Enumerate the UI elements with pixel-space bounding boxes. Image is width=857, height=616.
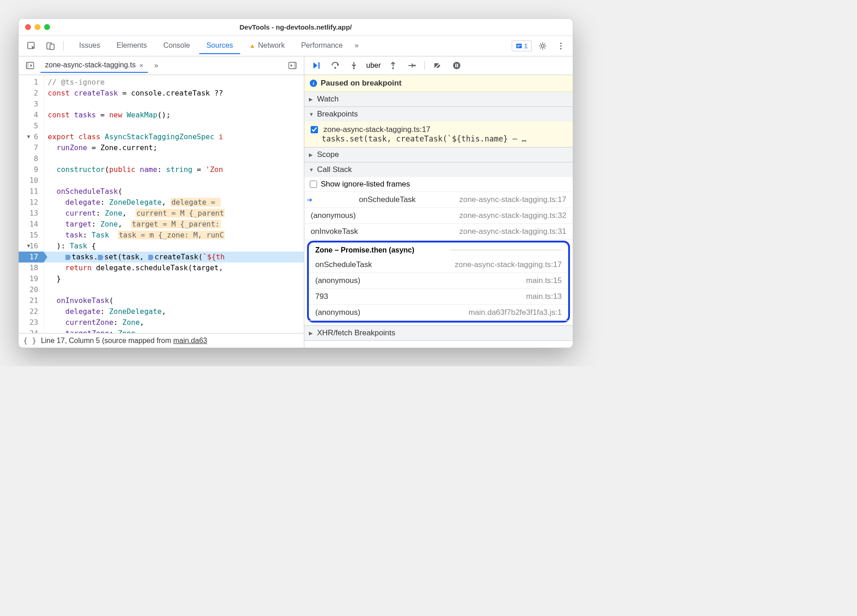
code-line-23[interactable]: currentZone: Zone, [44,317,304,328]
gutter-line-14[interactable]: 14 [19,219,44,230]
breakpoint-checkbox[interactable] [311,126,318,133]
ignore-listed-row[interactable]: Show ignore-listed frames [304,177,573,192]
code-line-14[interactable]: target: Zone, target = M {_parent: [44,219,304,230]
xhr-header[interactable]: XHR/fetch Breakpoints [304,326,573,340]
svg-point-9 [560,48,561,49]
issues-badge[interactable]: 1 [512,40,532,51]
stack-frame[interactable]: (anonymous)main.ts:15 [309,273,568,289]
tab-network[interactable]: Network [242,38,292,54]
deactivate-breakpoints-icon[interactable] [431,59,444,72]
tab-issues[interactable]: Issues [72,38,107,54]
gutter-line-15[interactable]: 15 [19,230,44,241]
gutter-line-1[interactable]: 1 [19,77,44,88]
stack-frame[interactable]: onInvokeTaskzone-async-stack-tagging.ts:… [304,224,573,240]
gutter-line-12[interactable]: 12 [19,197,44,208]
code-line-16[interactable]: ): Task { [44,241,304,252]
gutter-line-11[interactable]: 11 [19,186,44,197]
gutter-line-3[interactable]: 3 [19,99,44,110]
watch-header[interactable]: Watch [304,92,573,106]
code-line-24[interactable]: targetZone: Zone, [44,328,304,333]
ignore-listed-checkbox[interactable] [310,181,317,188]
close-window-button[interactable] [25,24,31,30]
code-line-7[interactable]: runZone = Zone.current; [44,142,304,153]
code-line-18[interactable]: return delegate.scheduleTask(target, [44,263,304,273]
tab-elements[interactable]: Elements [109,38,154,54]
close-tab-icon[interactable]: × [139,61,143,69]
code-line-19[interactable]: } [44,273,304,284]
step-into-icon[interactable] [348,59,360,72]
gutter-line-18[interactable]: 18 [19,263,44,273]
file-tabs-overflow-icon[interactable]: » [151,60,162,71]
code-line-3[interactable] [44,99,304,110]
file-tab-active[interactable]: zone-async-stack-tagging.ts × [40,58,148,73]
gutter-line-10[interactable]: 10 [19,175,44,186]
code-line-9[interactable]: constructor(public name: string = 'Zon [44,164,304,175]
breakpoint-item[interactable]: zone-async-stack-tagging.ts:17 tasks.set… [304,121,573,147]
gutter-line-2[interactable]: 2 [19,88,44,99]
inspect-element-icon[interactable] [23,39,40,53]
more-menu-icon[interactable] [554,39,568,53]
pretty-print-icon[interactable]: { } [23,336,36,345]
settings-icon[interactable] [534,39,551,53]
scope-header[interactable]: Scope [304,147,573,162]
stack-frame[interactable]: (anonymous)zone-async-stack-tagging.ts:3… [304,208,573,224]
ignore-listed-label: Show ignore-listed frames [321,180,410,189]
callstack-header[interactable]: Call Stack [304,162,573,177]
code-line-4[interactable]: const tasks = new WeakMap(); [44,110,304,121]
gutter-line-7[interactable]: 7 [19,142,44,153]
pause-exceptions-icon[interactable] [450,59,463,72]
code-line-8[interactable] [44,153,304,164]
debugger-toggle-icon[interactable] [285,59,300,72]
code-line-12[interactable]: delegate: ZoneDelegate, delegate = [44,197,304,208]
code-line-2[interactable]: const createTask = console.createTask ?? [44,88,304,99]
gutter-line-8[interactable]: 8 [19,153,44,164]
code-line-20[interactable] [44,284,304,295]
code-line-21[interactable]: onInvokeTask( [44,295,304,306]
gutter-line-20[interactable]: 20 [19,284,44,295]
minimize-window-button[interactable] [35,24,40,30]
tab-sources[interactable]: Sources [199,38,241,54]
stack-frame[interactable]: 793main.ts:13 [309,289,568,305]
code-line-22[interactable]: delegate: ZoneDelegate, [44,306,304,317]
gutter-line-22[interactable]: 22 [19,306,44,317]
code-line-5[interactable] [44,121,304,131]
step-out-icon[interactable] [387,59,399,72]
code-line-10[interactable] [44,175,304,186]
svg-point-15 [334,67,336,69]
code-line-6[interactable]: export class AsyncStackTaggingZoneSpec i [44,131,304,142]
code-line-17[interactable]: tasks.set(task, createTask(`${th [44,252,304,263]
source-map-link[interactable]: main.da63 [173,337,207,344]
line-gutter[interactable]: 1234567891011121314151617181920212223242… [19,75,44,333]
code-line-15[interactable]: task: Task task = m {_zone: M, runC [44,230,304,241]
gutter-line-23[interactable]: 23 [19,317,44,328]
gutter-line-19[interactable]: 19 [19,273,44,284]
maximize-window-button[interactable] [44,24,50,30]
gutter-line-17[interactable]: 17 [19,252,44,263]
breakpoints-header[interactable]: Breakpoints [304,107,573,121]
tabs-overflow-icon[interactable]: » [352,38,362,54]
code-line-13[interactable]: current: Zone, current = M {_parent [44,208,304,219]
gutter-line-9[interactable]: 9 [19,164,44,175]
code-area[interactable]: // @ts-ignoreconst createTask = console.… [44,75,304,333]
stack-frame[interactable]: onScheduleTaskzone-async-stack-tagging.t… [309,257,568,273]
step-over-icon[interactable] [329,59,342,72]
code-editor[interactable]: 1234567891011121314151617181920212223242… [19,75,304,333]
tab-performance[interactable]: Performance [294,38,350,54]
device-toggle-icon[interactable] [42,39,59,53]
tab-console[interactable]: Console [156,38,197,54]
gutter-line-13[interactable]: 13 [19,208,44,219]
stack-frame[interactable]: onScheduleTaskzone-async-stack-tagging.t… [304,192,573,208]
gutter-line-16[interactable]: 16 [19,241,44,252]
stack-frame-fn: 793 [315,292,328,301]
gutter-line-6[interactable]: 6 [19,131,44,142]
code-line-11[interactable]: onScheduleTask( [44,186,304,197]
resume-icon[interactable] [310,59,323,72]
step-icon[interactable] [405,59,418,72]
gutter-line-24[interactable]: 24 [19,328,44,333]
gutter-line-5[interactable]: 5 [19,121,44,131]
code-line-1[interactable]: // @ts-ignore [44,77,304,88]
gutter-line-21[interactable]: 21 [19,295,44,306]
navigator-toggle-icon[interactable] [22,59,38,72]
stack-frame[interactable]: (anonymous)main.da63f7b2fe3f1fa3.js:1 [309,305,568,321]
gutter-line-4[interactable]: 4 [19,110,44,121]
